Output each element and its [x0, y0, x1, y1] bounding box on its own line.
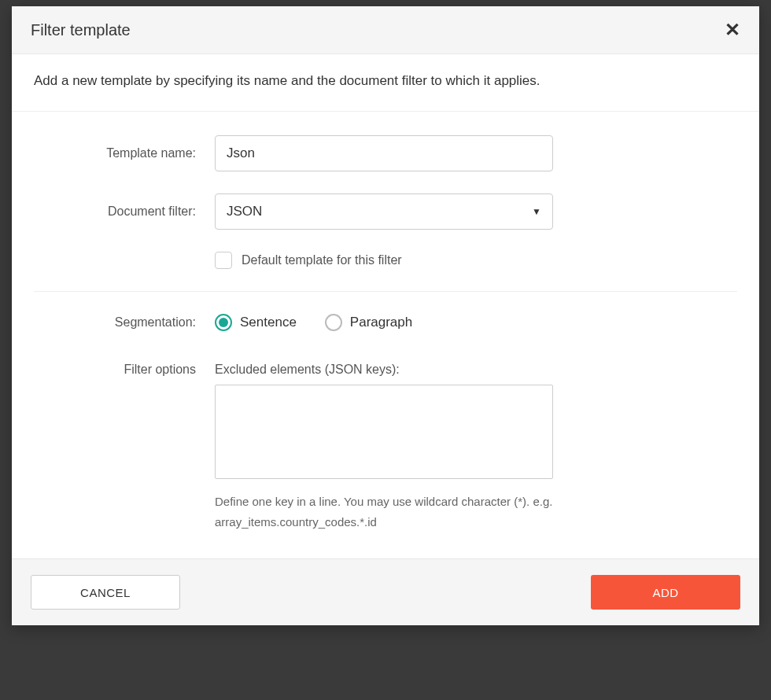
segmentation-sentence-label: Sentence	[240, 315, 297, 330]
template-name-label: Template name:	[34, 146, 215, 160]
modal-description: Add a new template by specifying its nam…	[12, 54, 759, 112]
default-template-row: Default template for this filter	[34, 252, 737, 269]
excluded-elements-help: Define one key in a line. You may use wi…	[215, 492, 577, 532]
radio-selected-icon	[215, 314, 232, 331]
radio-unselected-icon	[325, 314, 342, 331]
template-name-field-col	[215, 135, 737, 171]
template-name-row: Template name:	[34, 135, 737, 171]
document-filter-select[interactable]: JSON ▼	[215, 193, 553, 230]
add-button[interactable]: ADD	[591, 575, 740, 610]
default-template-checkbox-row: Default template for this filter	[215, 252, 737, 269]
segmentation-label: Segmentation:	[34, 315, 215, 330]
document-filter-label: Document filter:	[34, 204, 215, 219]
excluded-elements-textarea[interactable]	[215, 385, 553, 479]
section-divider	[34, 291, 737, 292]
segmentation-paragraph-label: Paragraph	[350, 315, 412, 330]
modal-header: Filter template ✕	[12, 6, 759, 54]
filter-options-field-col: Excluded elements (JSON keys): Define on…	[215, 363, 737, 532]
segmentation-row: Segmentation: Sentence Paragraph	[34, 314, 737, 331]
default-template-field-col: Default template for this filter	[215, 252, 737, 269]
excluded-elements-label: Excluded elements (JSON keys):	[215, 363, 737, 377]
segmentation-sentence-radio[interactable]: Sentence	[215, 314, 297, 331]
document-filter-field-col: JSON ▼	[215, 193, 737, 230]
segmentation-paragraph-radio[interactable]: Paragraph	[325, 314, 412, 331]
document-filter-row: Document filter: JSON ▼	[34, 193, 737, 230]
default-template-label: Default template for this filter	[242, 253, 402, 267]
segmentation-field-col: Sentence Paragraph	[215, 314, 737, 331]
radio-dot-icon	[219, 318, 228, 327]
cancel-button[interactable]: CANCEL	[31, 575, 180, 610]
default-template-checkbox[interactable]	[215, 252, 232, 269]
close-icon: ✕	[725, 19, 740, 40]
template-name-input[interactable]	[215, 135, 553, 171]
filter-template-modal: Filter template ✕ Add a new template by …	[12, 6, 759, 625]
filter-options-label: Filter options	[34, 363, 215, 377]
form-section: Template name: Document filter: JSON ▼	[12, 112, 759, 558]
document-filter-value: JSON	[227, 204, 262, 219]
modal-footer: CANCEL ADD	[12, 558, 759, 625]
modal-title: Filter template	[31, 21, 131, 39]
filter-options-row: Filter options Excluded elements (JSON k…	[34, 363, 737, 532]
close-button[interactable]: ✕	[725, 20, 740, 39]
modal-body: Add a new template by specifying its nam…	[12, 54, 759, 558]
segmentation-radio-group: Sentence Paragraph	[215, 314, 737, 331]
chevron-down-icon: ▼	[532, 206, 541, 217]
